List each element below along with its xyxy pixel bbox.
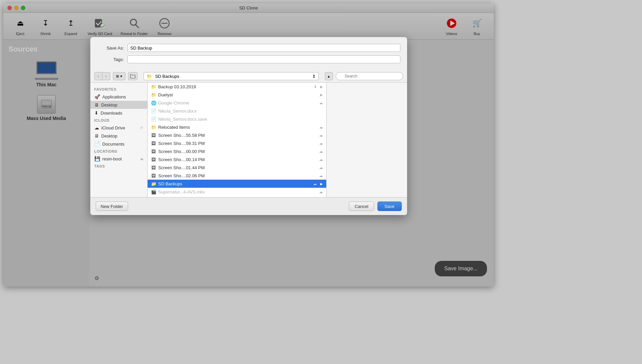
file-item-chrome: 🌐 Google Chrome ☁ — [148, 99, 326, 107]
save-as-label: Save As: — [97, 46, 124, 51]
browser-sidebar: Favorites 🚀 Applications 🖥 Desktop ⬇ Dow… — [90, 83, 148, 197]
desktop-label: Desktop — [101, 102, 118, 108]
screenshot-icon: 🖼 — [151, 149, 156, 154]
new-folder-button[interactable]: New Folder — [96, 202, 128, 211]
save-button[interactable]: Save — [377, 202, 402, 211]
save-as-input[interactable] — [127, 44, 400, 52]
file-name: Relocated Items — [158, 125, 317, 130]
cloud-icon: ☁ — [319, 125, 323, 129]
locations-header: Locations — [90, 148, 147, 155]
file-name: Duelyst — [158, 92, 315, 97]
cloud-icon: ⬇ — [314, 85, 317, 89]
file-name: Screen Sho....00.00 PM — [158, 149, 317, 154]
file-item-sd-backups[interactable]: 📁 SD Backups ☁ ▶ — [148, 180, 326, 188]
sidebar-item-documents[interactable]: 📄 Documents — [90, 140, 147, 148]
new-folder-icon-button[interactable] — [128, 72, 137, 80]
doc-icon: 📄 — [151, 109, 156, 114]
view-button[interactable]: ⊞ ▾ — [113, 72, 125, 80]
screenshot-icon: 🖼 — [151, 141, 156, 146]
cancel-button[interactable]: Cancel — [349, 202, 374, 211]
file-name: Screen Sho....02.06 PM — [158, 173, 317, 178]
folder-icon: 📁 — [151, 84, 156, 89]
sidebar-item-icloud-drive[interactable]: ☁ iCloud Drive ⏱ — [90, 124, 147, 132]
downloads-icon: ⬇ — [94, 110, 98, 116]
file-item-supernatural: 🎬 Supernatur...4-AVS.mkv ☁ — [148, 188, 326, 196]
save-dialog: Save As: Tags: ‹ › ⊞ ▾ — [90, 37, 407, 215]
resin-boot-label: resin-boot — [102, 156, 122, 161]
file-list: 📁 Backup 03.10.2019 ⬇ ▶ 📁 Duelyst ▶ 🌐 Go… — [148, 83, 326, 197]
file-item-screen1[interactable]: 🖼 Screen Sho....55.58 PM ☁ — [148, 131, 326, 139]
browser-body: Favorites 🚀 Applications 🖥 Desktop ⬇ Dow… — [90, 83, 407, 197]
file-name: Screen Sho....59.31 PM — [158, 141, 317, 146]
file-item-backup[interactable]: 📁 Backup 03.10.2019 ⬇ ▶ — [148, 83, 326, 91]
tags-header: Tags — [90, 163, 147, 170]
sidebar-item-icloud-desktop[interactable]: 🖥 Desktop — [90, 132, 147, 140]
folder-icon: 📁 — [151, 92, 156, 97]
search-wrapper: 🔍 — [336, 72, 403, 80]
doc-icon: 📄 — [151, 117, 156, 122]
file-item-screen6[interactable]: 🖼 Screen Sho....02.06 PM ☁ — [148, 172, 326, 180]
sidebar-item-applications[interactable]: 🚀 Applications — [90, 93, 147, 101]
folder-icon: 📁 — [151, 125, 156, 130]
sidebar-item-desktop[interactable]: 🖥 Desktop — [90, 101, 147, 109]
view-icon: ⊞ — [116, 74, 119, 79]
file-name: SD Backups — [158, 181, 311, 186]
screenshot-icon: 🖼 — [151, 165, 156, 170]
file-item-screen2[interactable]: 🖼 Screen Sho....59.31 PM ☁ — [148, 139, 326, 147]
search-input[interactable] — [336, 72, 403, 80]
tags-input[interactable] — [127, 55, 400, 63]
applications-label: Applications — [102, 94, 126, 99]
folder-icon: 📁 — [151, 181, 156, 186]
cloud-icon: ☁ — [319, 174, 323, 178]
file-name: Screen Sho....55.58 PM — [158, 133, 317, 138]
file-item-screen5[interactable]: 🖼 Screen Sho....01.44 PM ☁ — [148, 163, 326, 172]
cloud-icon: ☁ — [319, 101, 323, 105]
documents-icon: 📄 — [94, 141, 100, 147]
forward-button[interactable]: › — [102, 72, 110, 80]
back-button[interactable]: ‹ — [94, 72, 102, 80]
icloud-desktop-label: Desktop — [101, 133, 118, 139]
file-item-screen3[interactable]: 🖼 Screen Sho....00.00 PM ☁ — [148, 147, 326, 155]
file-name: Nikola_Semov.docx — [158, 109, 323, 114]
location-label: SD Backups — [155, 74, 179, 79]
file-name: Screen Sho....01.44 PM — [158, 165, 317, 170]
file-name: Nikola_Semov.docx.save — [158, 117, 323, 122]
file-name: Backup 03.10.2019 — [158, 84, 312, 89]
sidebar-item-downloads[interactable]: ⬇ Downloads — [90, 109, 147, 117]
browser-toolbar: ‹ › ⊞ ▾ 📁 SD Backups ⇕ — [90, 70, 407, 83]
cloud-icon: ☁ — [319, 149, 323, 154]
file-name: Supernatur...4-AVS.mkv — [158, 189, 317, 194]
tags-field: Tags: — [97, 55, 400, 63]
cloud-icon: ☁ — [319, 133, 323, 138]
file-item-duelyst[interactable]: 📁 Duelyst ▶ — [148, 91, 326, 99]
documents-label: Documents — [102, 142, 125, 147]
file-item-docx: 📄 Nikola_Semov.docx — [148, 107, 326, 115]
icloud-drive-icon: ☁ — [94, 125, 99, 130]
location-arrows: ⇕ — [312, 74, 316, 79]
app-window: SD Clone ⏏ Eject ↧ Shrink ↥ Expand Ve — [3, 3, 494, 286]
file-name: Screen Sho....00.14 PM — [158, 157, 317, 162]
dialog-header: Save As: Tags: — [90, 37, 407, 70]
expand-panel-button[interactable]: ▲ — [325, 72, 333, 80]
cloud-icon: ☁ — [319, 190, 323, 194]
cloud-icon: ☁ — [319, 157, 323, 162]
tags-label: Tags: — [97, 57, 124, 62]
file-item-screen4[interactable]: 🖼 Screen Sho....00.14 PM ☁ — [148, 155, 326, 163]
screenshot-icon: 🖼 — [151, 133, 156, 138]
file-item-relocated[interactable]: 📁 Relocated Items ☁ — [148, 123, 326, 131]
save-dialog-overlay: Save As: Tags: ‹ › ⊞ ▾ — [3, 3, 494, 286]
cloud-icon: ☁ — [319, 141, 323, 146]
icloud-desktop-icon: 🖥 — [94, 133, 99, 139]
downloads-label: Downloads — [101, 111, 122, 116]
file-item-docx-save: 📄 Nikola_Semov.docx.save — [148, 115, 326, 123]
icloud-drive-label: iCloud Drive — [101, 125, 125, 130]
desktop-icon: 🖥 — [94, 102, 99, 108]
cloud-icon: ☁ — [313, 182, 317, 186]
applications-icon: 🚀 — [94, 94, 100, 99]
file-name: Google Chrome — [158, 100, 317, 105]
arrow-icon: ▶ — [320, 182, 323, 186]
location-dropdown[interactable]: 📁 SD Backups ⇕ — [144, 72, 319, 80]
sidebar-item-resin-boot[interactable]: 💾 resin-boot ⏏ — [90, 155, 147, 163]
video-icon: 🎬 — [151, 189, 156, 194]
screenshot-icon: 🖼 — [151, 173, 156, 178]
